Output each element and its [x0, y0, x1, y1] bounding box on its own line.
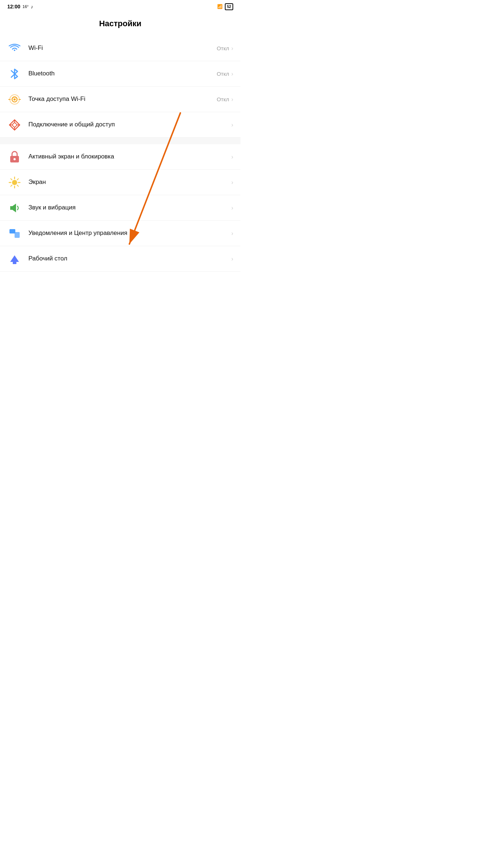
notifications-content: Уведомления и Центр управления [28, 229, 231, 237]
svg-line-12 [11, 178, 12, 180]
connection-icon [7, 118, 22, 132]
bluetooth-content: Bluetooth [28, 70, 217, 78]
sound-content: Звук и вибрация [28, 204, 231, 212]
settings-list: Wi-Fi Откл › Bluetooth Откл › [0, 36, 240, 272]
sound-icon [7, 201, 22, 215]
sound-right: › [231, 205, 233, 211]
svg-line-14 [17, 178, 19, 180]
hotspot-content: Точка доступа Wi-Fi [28, 95, 217, 103]
connection-right: › [231, 122, 233, 128]
hotspot-icon [7, 92, 22, 107]
lock-label: Активный экран и блокировка [28, 153, 231, 161]
wifi-label: Wi-Fi [28, 44, 217, 52]
notifications-right: › [231, 230, 233, 237]
svg-rect-16 [9, 229, 15, 233]
battery-value: 52 [227, 5, 231, 9]
svg-rect-18 [13, 262, 16, 264]
lock-content: Активный экран и блокировка [28, 153, 231, 161]
svg-rect-17 [15, 232, 20, 238]
divider-gap-1 [0, 138, 240, 144]
settings-item-desktop[interactable]: Рабочий стол › [0, 246, 240, 272]
desktop-right: › [231, 256, 233, 262]
connection-content: Подключение и общий доступ [28, 121, 231, 129]
lock-icon [7, 150, 22, 164]
screen-label: Экран [28, 178, 231, 186]
wifi-icon [7, 41, 22, 56]
settings-item-sound[interactable]: Звук и вибрация › [0, 195, 240, 221]
desktop-chevron: › [231, 256, 233, 262]
bluetooth-label: Bluetooth [28, 70, 217, 78]
wifi-chevron: › [231, 45, 233, 52]
settings-item-bluetooth[interactable]: Bluetooth Откл › [0, 61, 240, 87]
svg-point-6 [13, 158, 16, 160]
notifications-chevron: › [231, 230, 233, 237]
hotspot-status: Откл [217, 96, 229, 102]
page-title: Настройки [0, 13, 240, 36]
svg-line-13 [17, 185, 19, 186]
svg-point-7 [12, 180, 17, 185]
settings-item-lock[interactable]: Активный экран и блокировка › [0, 144, 240, 170]
svg-point-2 [13, 98, 16, 101]
screen-content: Экран [28, 178, 231, 186]
bluetooth-status: Откл [217, 71, 229, 77]
status-left: 12:00 16° ♪ [7, 4, 33, 9]
sound-chevron: › [231, 205, 233, 211]
connection-label: Подключение и общий доступ [28, 121, 231, 129]
desktop-icon [7, 252, 22, 266]
status-bar: 12:00 16° ♪ 📶 52 [0, 0, 240, 13]
signal-icon: 📶 [217, 4, 223, 9]
settings-item-wifi[interactable]: Wi-Fi Откл › [0, 36, 240, 61]
connection-chevron: › [231, 122, 233, 128]
music-icon: ♪ [31, 4, 33, 9]
wifi-content: Wi-Fi [28, 44, 217, 52]
hotspot-label: Точка доступа Wi-Fi [28, 95, 217, 103]
notifications-label: Уведомления и Центр управления [28, 229, 231, 237]
lock-right: › [231, 154, 233, 160]
settings-item-screen[interactable]: Экран › [0, 170, 240, 195]
bluetooth-icon [7, 67, 22, 81]
battery-indicator: 52 [225, 3, 233, 10]
desktop-content: Рабочий стол [28, 255, 231, 263]
hotspot-chevron: › [231, 96, 233, 103]
settings-item-hotspot[interactable]: Точка доступа Wi-Fi Откл › [0, 87, 240, 112]
screen-chevron: › [231, 179, 233, 186]
svg-line-15 [11, 185, 12, 186]
status-right: 📶 52 [217, 3, 233, 10]
settings-item-notifications[interactable]: Уведомления и Центр управления › [0, 221, 240, 246]
status-time: 12:00 [7, 4, 20, 9]
bluetooth-chevron: › [231, 71, 233, 77]
screen-brightness-icon [7, 175, 22, 190]
hotspot-right: Откл › [217, 96, 233, 103]
wifi-status: Откл [217, 45, 229, 51]
lock-chevron: › [231, 154, 233, 160]
desktop-label: Рабочий стол [28, 255, 231, 263]
status-temp: 16° [23, 4, 29, 9]
screen-right: › [231, 179, 233, 186]
notifications-icon [7, 226, 22, 241]
settings-item-connection[interactable]: Подключение и общий доступ › [0, 112, 240, 138]
wifi-right: Откл › [217, 45, 233, 52]
sound-label: Звук и вибрация [28, 204, 231, 212]
bluetooth-right: Откл › [217, 71, 233, 77]
